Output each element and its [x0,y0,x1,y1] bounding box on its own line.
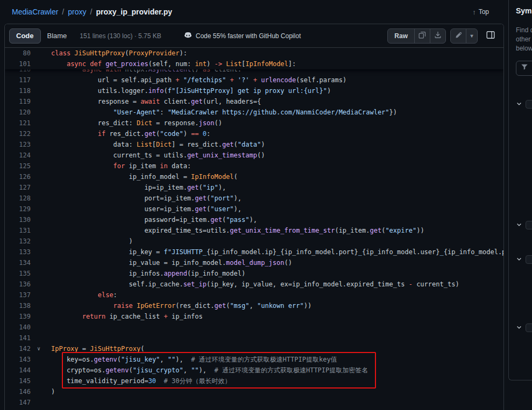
line-number[interactable]: 143 [5,354,31,365]
code-line-content: if res_dict.get("code") == 0: [31,128,503,139]
arrow-up-icon: ↑ [472,8,476,16]
line-number[interactable]: 120 [5,107,31,118]
code-line-content [31,397,503,408]
line-number[interactable]: 122 [5,128,31,139]
code-line: 80class JiSuHttpProxy(ProxyProvider): [5,48,503,59]
raw-button[interactable]: Raw [387,28,415,44]
symbol-tree-toggle[interactable] [516,255,532,264]
line-number[interactable]: 126 [5,171,31,182]
line-number[interactable]: 141 [5,333,31,343]
symbol-pill [526,323,532,332]
line-number[interactable]: 131 [5,225,31,236]
line-number[interactable]: 127 [5,182,31,193]
code-line-content: ip_key = f"JISUHTTP_{ip_info_model.ip}_{… [31,247,503,257]
scroll-to-top-button[interactable]: ↑ Top [472,8,489,16]
edit-options-dropdown-button[interactable]: ▾ [466,28,478,44]
code-line-content: ip_value = ip_info_model.model_dump_json… [31,257,503,268]
code-line: 128 port=ip_item.get("port"), [5,193,503,204]
edit-file-button[interactable] [450,28,466,44]
code-line: 126 ip_info_model = IpInfoModel( [5,171,503,182]
line-number[interactable]: 132 [5,236,31,247]
symbols-panel-title: Symbols [516,6,532,15]
line-number[interactable]: 140 [5,322,31,333]
code-line-content: ip_infos.append(ip_info_model) [31,268,503,279]
symbols-description-line: below or in the code. [516,44,532,53]
line-number[interactable]: 142 [5,343,31,354]
line-number[interactable]: 101 [5,59,31,69]
line-number[interactable]: 136 [5,279,31,290]
code-line: 138 raise IpGetError(res_dict.get("msg",… [5,300,503,311]
filter-symbols-button[interactable] [516,61,532,76]
code-line-content: response = await client.get(url, headers… [31,96,503,107]
code-line: 125 for ip_item in data: [5,161,503,171]
line-number[interactable]: 139 [5,311,31,322]
file-meta-text: 151 lines (130 loc) · 5.75 KB [80,32,161,40]
line-number[interactable]: 147 [5,397,31,408]
symbol-pill [526,100,532,109]
code-line-content: self.ip_cache.set_ip(ip_key, ip_value, e… [31,279,503,290]
code-line-content: else: [31,290,503,300]
symbol-pill [526,255,532,264]
line-number[interactable]: 129 [5,204,31,214]
line-number[interactable]: 118 [5,85,31,96]
line-number[interactable]: 145 [5,376,31,386]
line-number[interactable]: 121 [5,118,31,128]
chevron-down-icon [516,323,522,333]
line-number[interactable]: 146 [5,386,31,397]
code-line-content: "User-Agent": "MediaCrawler https://gith… [31,107,503,118]
code-blame-switch: Code Blame [9,28,73,44]
code-line-content [31,333,503,343]
symbol-tree-toggle[interactable] [516,99,532,109]
line-number[interactable]: 116 [5,69,31,75]
line-number[interactable]: 137 [5,290,31,300]
code-line-content: crypto=os.getenv("jisu_crypto", ""), # 通… [31,365,503,376]
code-line: 132 ) [5,236,503,247]
line-number[interactable]: 125 [5,161,31,171]
code-line-content: password=ip_item.get("pass"), [31,214,503,225]
breadcrumb-folder-link[interactable]: proxy [68,8,86,16]
collapse-chevron-icon[interactable]: ∨ [37,343,40,354]
download-raw-button[interactable] [430,28,446,44]
tab-code[interactable]: Code [9,28,41,44]
tab-blame[interactable]: Blame [41,28,74,44]
symbol-tree-toggle[interactable] [516,220,532,230]
code-line: 145 time_validity_period=30 # 30分钟（最长时效） [5,376,503,386]
line-number[interactable]: 128 [5,193,31,204]
code-line-content: ) [31,386,503,397]
line-number[interactable]: 123 [5,139,31,150]
chevron-down-icon: ▾ [470,33,473,39]
code-view: 80class JiSuHttpProxy(ProxyProvider):101… [5,48,503,410]
code-line: 136 self.ip_cache.set_ip(ip_key, ip_valu… [5,279,503,290]
line-number[interactable]: 144 [5,365,31,376]
code-line-content: for ip_item in data: [31,161,503,171]
line-number[interactable]: 135 [5,268,31,279]
line-number[interactable]: 119 [5,96,31,107]
line-number[interactable]: 138 [5,300,31,311]
code-line: 123 data: List[Dict] = res_dict.get("dat… [5,139,503,150]
line-number[interactable]: 117 [5,75,31,85]
code-line-content: time_validity_period=30 # 30分钟（最长时效） [31,376,503,386]
code-card: Code Blame 151 lines (130 loc) · 5.75 KB… [4,24,504,410]
code-line-content: return ip_cache_list + ip_infos [31,311,503,322]
copilot-banner[interactable]: Code 55% faster with GitHub Copilot [184,31,301,41]
code-line: 117 url = self.api_path + "/fetchips" + … [5,75,503,85]
breadcrumb-separator: / [62,8,64,16]
file-header-bar: MediaCrawler / proxy / proxy_ip_provider… [0,0,532,24]
symbol-tree-toggle[interactable] [516,323,532,333]
symbols-panel-toggle-button[interactable] [482,28,499,44]
code-line-content: ip_info_model = IpInfoModel( [31,171,503,182]
code-line: 141 [5,333,503,343]
code-line-content: ∨IpProxy = JiSuHttpProxy( [31,343,503,354]
copy-raw-button[interactable] [414,28,430,44]
raw-actions-group: Raw [387,28,446,44]
sticky-scope-lines: 80class JiSuHttpProxy(ProxyProvider):101… [5,48,503,69]
breadcrumb-repo-link[interactable]: MediaCrawler [12,8,58,16]
code-line: 135 ip_infos.append(ip_info_model) [5,268,503,279]
line-number[interactable]: 134 [5,257,31,268]
line-number[interactable]: 130 [5,214,31,225]
line-number[interactable]: 133 [5,247,31,257]
line-number[interactable]: 80 [5,48,31,59]
chevron-down-icon [516,255,522,264]
code-line: 120 "User-Agent": "MediaCrawler https://… [5,107,503,118]
line-number[interactable]: 124 [5,150,31,161]
